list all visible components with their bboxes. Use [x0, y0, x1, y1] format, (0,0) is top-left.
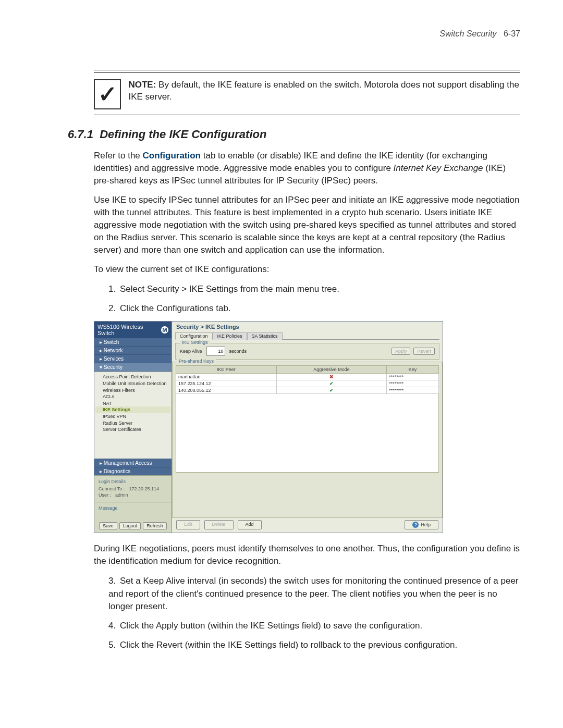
apply-term: Apply: [156, 621, 178, 631]
header-page: 6-37: [504, 29, 520, 38]
tree-item-server-certificates[interactable]: Server Certificates: [95, 426, 170, 433]
tab-ike-policies[interactable]: IKE Policies: [213, 332, 247, 340]
tree-item-ike-settings[interactable]: IKE Settings: [95, 406, 170, 413]
paragraph-3: To view the current set of IKE configura…: [94, 263, 520, 276]
seconds-label: seconds: [229, 349, 247, 354]
user-label: User :: [99, 492, 111, 498]
col-key[interactable]: Key: [387, 366, 439, 374]
tree-item-nat[interactable]: NAT: [95, 400, 170, 407]
help-button[interactable]: ? Help: [405, 520, 438, 529]
sidebar-item-diagnostics[interactable]: ▸ Diagnostics: [94, 467, 172, 475]
tree-item-acls[interactable]: ACLs: [95, 393, 170, 400]
refresh-button[interactable]: Refresh: [143, 522, 167, 529]
ike-settings-panel-title: IKE Settings: [180, 340, 210, 345]
checkmark-icon: ✓: [94, 79, 121, 109]
note-text: NOTE: By default, the IKE feature is ena…: [128, 79, 520, 103]
section-number: 6.7.1: [68, 128, 93, 141]
preshared-keys-panel-title: Pre-shared Keys: [177, 359, 216, 364]
step-5: 5.Click the Revert (within the IKE Setti…: [108, 639, 520, 652]
keep-alive-input[interactable]: [206, 347, 225, 356]
save-button[interactable]: Save: [99, 522, 117, 529]
login-details-panel: Login Details Connect To :172.20.25.114 …: [94, 475, 172, 502]
logout-button[interactable]: Logout: [119, 522, 141, 529]
section-heading: 6.7.1 Defining the IKE Configuration: [68, 128, 520, 141]
divider-top: [94, 70, 520, 73]
sidebar-item-network[interactable]: ▸ Network: [94, 347, 172, 355]
help-icon: ?: [412, 522, 419, 528]
message-panel: Message: [94, 502, 172, 520]
sidebar-item-services[interactable]: ▸ Services: [94, 355, 172, 363]
preshared-keys-panel: Pre-shared Keys IKE Peer Aggressive Mode…: [172, 362, 443, 518]
ike-term: Internet Key Exchange: [394, 163, 483, 173]
header-section: Switch Security: [439, 29, 496, 38]
footer-buttons: Edit Delete Add ? Help: [172, 518, 443, 533]
security-term: Security: [147, 284, 179, 294]
sidebar: WS5100 Wireless Switch M ▸ Switch ▸ Netw…: [94, 322, 172, 533]
main-panel: Security > IKE Settings Configuration IK…: [172, 322, 443, 533]
connect-to-value: 172.20.25.114: [129, 486, 159, 491]
tree-item-ipsec-vpn[interactable]: IPSec VPN: [95, 413, 170, 420]
ike-settings-panel: IKE Settings Keep Alive seconds Apply Re…: [175, 343, 439, 360]
section-title: Defining the IKE Configuration: [100, 128, 266, 141]
revert-term: Revert: [156, 640, 182, 650]
sidebar-bottom-buttons: Save Logout Refresh: [94, 520, 172, 533]
ike-settings-term: IKE Settings: [189, 284, 238, 294]
motorola-badge-icon: M: [161, 326, 168, 334]
page-header: Switch Security 6-37: [94, 29, 520, 39]
table-row[interactable]: 157.235.124.12 ✔ ********: [176, 380, 439, 387]
apply-button[interactable]: Apply: [391, 348, 411, 355]
edit-button[interactable]: Edit: [176, 520, 200, 529]
tree-item-wireless-filters[interactable]: Wireless Filters: [95, 387, 170, 394]
keep-alive-label: Keep Alive: [180, 349, 202, 354]
keep-alive-term: Keep Alive: [143, 576, 185, 586]
cell-peer: 157.235.124.12: [176, 380, 277, 387]
step-2: 2.Click the Configurations tab.: [108, 302, 520, 315]
embedded-screenshot: WS5100 Wireless Switch M ▸ Switch ▸ Netw…: [94, 321, 443, 533]
col-aggressive-mode[interactable]: Aggressive Mode: [276, 366, 387, 374]
user-value: admin: [115, 492, 128, 498]
tree-item-muid[interactable]: Mobile Unit Intrusion Detection: [95, 380, 170, 387]
cell-key: ********: [387, 387, 439, 394]
paragraph-1: Refer to the Configuration tab to enable…: [94, 150, 520, 187]
breadcrumb: Security > IKE Settings: [172, 322, 443, 330]
note-label: NOTE:: [128, 80, 156, 90]
tree-item-apd[interactable]: Access Point Detection: [95, 374, 170, 380]
delete-button[interactable]: Delete: [204, 520, 234, 529]
tab-bar: Configuration IKE Policies SA Statistics: [175, 332, 439, 340]
cell-key: ********: [387, 380, 439, 387]
check-icon: ✔: [329, 381, 334, 386]
step-4: 4.Click the Apply button (within the IKE…: [108, 620, 520, 633]
cell-peer: 140.208.055.12: [176, 387, 277, 394]
step-1: 1.Select Security > IKE Settings from th…: [108, 283, 520, 296]
table-row[interactable]: 140.208.055.12 ✔ ********: [176, 387, 439, 394]
add-button[interactable]: Add: [238, 520, 262, 529]
col-ike-peer[interactable]: IKE Peer: [176, 366, 277, 374]
configurations-term: Configurations: [156, 303, 214, 313]
device-title: WS5100 Wireless Switch M: [94, 322, 172, 338]
table-row[interactable]: manhattan ✖ ********: [176, 374, 439, 380]
cell-key: ********: [387, 374, 439, 380]
cell-peer: manhattan: [176, 374, 277, 380]
cell-agg: ✔: [276, 380, 387, 387]
table-whitespace: [176, 394, 439, 473]
connect-to-label: Connect To :: [99, 486, 125, 491]
tab-sa-statistics[interactable]: SA Statistics: [247, 332, 283, 340]
tab-configuration[interactable]: Configuration: [175, 332, 213, 340]
note-body: By default, the IKE feature is enabled o…: [128, 80, 519, 102]
sidebar-item-switch[interactable]: ▸ Switch: [94, 338, 172, 347]
check-icon: ✔: [329, 388, 334, 393]
paragraph-2: Use IKE to specify IPSec tunnel attribut…: [94, 194, 520, 256]
tree-item-radius-server[interactable]: Radius Server: [95, 420, 170, 427]
security-tree: Access Point Detection Mobile Unit Intru…: [94, 372, 172, 459]
sidebar-item-security[interactable]: ▾ Security: [94, 363, 172, 372]
cell-agg: ✖: [276, 374, 387, 380]
divider-below-note: [94, 115, 520, 115]
sidebar-item-management-access[interactable]: ▸ Management Access: [94, 459, 172, 467]
message-label: Message: [99, 505, 167, 511]
login-details-label: Login Details: [99, 479, 167, 484]
step-3: 3.Set a Keep Alive interval (in seconds)…: [108, 575, 520, 613]
configuration-term: Configuration: [143, 151, 201, 161]
revert-button[interactable]: Revert: [413, 348, 435, 355]
preshared-keys-table: IKE Peer Aggressive Mode Key manhattan ✖…: [176, 365, 439, 394]
x-icon: ✖: [329, 374, 334, 379]
